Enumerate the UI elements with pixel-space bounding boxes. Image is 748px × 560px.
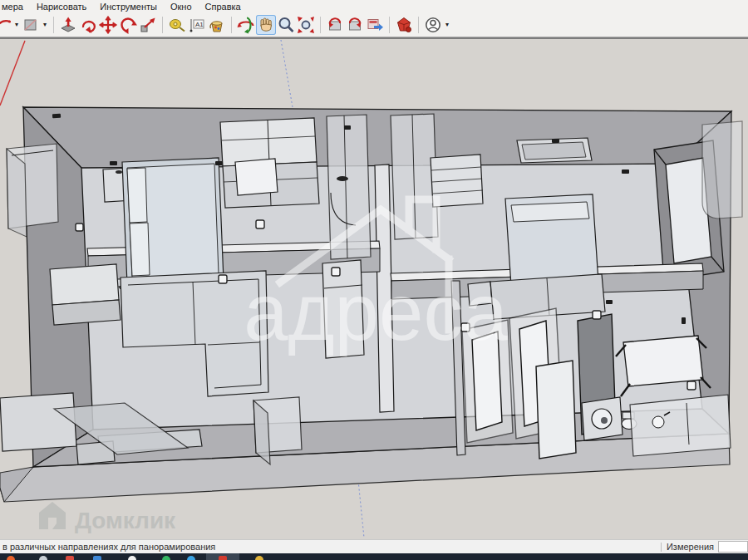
toolbar-separator [389,17,390,33]
left-window [7,144,58,237]
toolbar-separator [162,17,163,33]
model-viewport[interactable]: адреса Домклик [0,37,748,539]
taskbar-app-icon[interactable] [162,556,170,560]
taskbar-app-icon[interactable] [219,556,227,560]
zoom-extents-tool-icon[interactable] [296,15,316,35]
measurements-input[interactable] [718,541,748,553]
arc-tool-dropdown-icon[interactable]: ▾ [12,21,21,28]
taskbar-app-icon[interactable] [255,556,263,560]
pan-tool-icon[interactable] [256,15,276,35]
toolbar: ▾ ▾ A1 [0,12,748,37]
3d-model-canvas[interactable]: адреса Домклик [0,39,748,539]
arc-tool-icon[interactable] [0,15,12,35]
rotate-tool-icon[interactable] [118,15,138,35]
shapes-tool-dropdown-icon[interactable]: ▾ [41,21,49,28]
toolbar-separator [53,17,54,33]
measurements-label: Измерения [667,542,714,552]
logo-text: Домклик [75,508,176,533]
zoom-tool-icon[interactable] [276,15,296,35]
glass-partition [702,121,742,219]
orbit-tool-icon[interactable] [236,15,256,35]
next-view-icon[interactable] [345,15,365,35]
previous-view-icon[interactable] [325,15,345,35]
taskbar-app-icon[interactable] [66,556,74,560]
menu-draw[interactable]: Нарисовать [36,2,87,12]
toolbar-separator [418,17,419,33]
shapes-tool-icon[interactable] [21,15,41,35]
move-tool-icon[interactable] [98,15,118,35]
watermark-logo: Домклик [39,502,176,533]
share-view-icon[interactable] [365,15,385,35]
account-dropdown-icon[interactable]: ▾ [443,21,451,28]
svg-text:A1: A1 [195,21,204,28]
tape-measure-tool-icon[interactable] [167,15,187,35]
follow-me-tool-icon[interactable] [78,15,98,35]
toolbar-separator [231,17,232,33]
license-icon[interactable] [394,15,414,35]
account-icon[interactable] [423,15,443,35]
status-hint: в различных направлениях для панорамиров… [0,542,656,552]
dimensions-tool-icon[interactable]: A1 [187,15,207,35]
paint-bucket-tool-icon[interactable] [207,15,227,35]
menu-help[interactable]: Справка [204,2,242,12]
taskbar-app-icon[interactable] [187,556,195,560]
menu-tools[interactable]: Инструменты [99,2,158,12]
status-bar: в различных направлениях для панорамиров… [0,539,748,553]
menu-window[interactable]: Окно [170,2,193,12]
taskbar-app-icon[interactable] [93,556,101,560]
push-pull-tool-icon[interactable] [58,15,78,35]
taskbar-app-icon[interactable] [7,556,15,560]
watermark-text: адреса [244,268,508,356]
taskbar-app-icon[interactable] [128,556,136,560]
windows-taskbar[interactable] [0,553,748,560]
menu-bar: мера Нарисовать Инструменты Окно Справка [0,0,748,12]
status-divider [661,543,662,552]
toolbar-separator [320,17,321,33]
taskbar-app-icon[interactable] [39,556,47,560]
menu-camera[interactable]: мера [1,2,24,12]
scale-tool-icon[interactable] [138,15,158,35]
